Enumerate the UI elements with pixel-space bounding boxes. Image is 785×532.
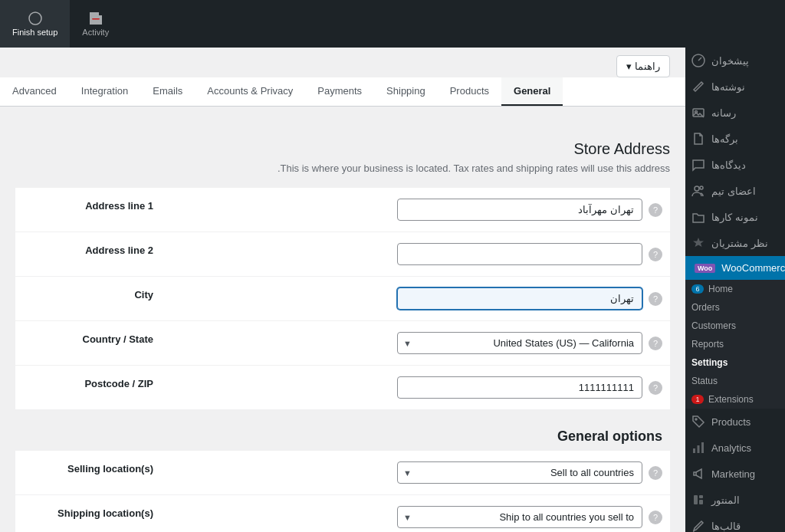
sidebar-label-products: Products xyxy=(711,416,751,428)
brush-icon xyxy=(691,519,705,532)
country-help-icon[interactable]: ? xyxy=(649,337,662,350)
guide-button[interactable]: راهنما ▾ xyxy=(616,55,670,77)
sidebar-label-woocommerce: WooCommerce xyxy=(721,262,785,274)
sidebar-item-pages[interactable]: برگه‌ها xyxy=(685,126,785,152)
woo-submenu: Home 6 Orders Customers Reports Settings… xyxy=(685,280,785,409)
postcode-help-icon[interactable]: ? xyxy=(649,381,662,395)
svg-rect-11 xyxy=(701,442,704,453)
city-input[interactable] xyxy=(397,287,642,310)
tab-emails[interactable]: Emails xyxy=(140,77,195,106)
tab-products[interactable]: Products xyxy=(438,77,501,106)
woo-submenu-extensions[interactable]: Extensions 1 xyxy=(685,390,785,409)
sidebar-item-themes[interactable]: قالب‌ها xyxy=(685,513,785,532)
admin-sidebar: پیشخوان نوشته‌ها رسانه برگه‌ها دیدگاه‌ها… xyxy=(685,0,785,532)
sidebar-label-posts: نوشته‌ها xyxy=(711,81,745,93)
country-select-wrap: United States (US) — California ▼ xyxy=(397,332,642,354)
country-select[interactable]: United States (US) — California xyxy=(397,332,642,354)
svg-point-8 xyxy=(695,419,697,420)
sidebar-label-dashboard: پیشخوان xyxy=(711,55,749,67)
sidebar-item-media[interactable]: رسانه xyxy=(685,100,785,126)
sidebar-label-media: رسانه xyxy=(711,107,736,119)
shipping-location-select[interactable]: Ship to all countries you sell to xyxy=(397,506,642,528)
sidebar-item-team[interactable]: اعضای تیم xyxy=(685,178,785,204)
woo-submenu-reports[interactable]: Reports xyxy=(685,335,785,353)
woo-extensions-badge: 1 xyxy=(691,395,704,404)
country-field-row: ? United States (US) — California ▼ xyxy=(184,332,662,354)
sidebar-item-products[interactable]: Products xyxy=(685,409,785,435)
country-row: Country / State ? United States (US) — C… xyxy=(15,321,670,366)
postcode-input[interactable] xyxy=(397,376,642,399)
top-bar: Finish setup Activity General xyxy=(0,0,785,48)
speedometer-icon xyxy=(691,54,705,67)
sidebar-label-elementor: المنتور xyxy=(711,494,740,506)
woo-submenu-orders[interactable]: Orders xyxy=(685,298,785,317)
country-label: Country / State xyxy=(15,321,169,366)
woo-home-badge: 6 xyxy=(691,284,704,294)
star-icon xyxy=(691,236,705,250)
sidebar-label-pages: برگه‌ها xyxy=(711,133,738,145)
svg-rect-12 xyxy=(694,495,698,504)
address1-field-row: ? xyxy=(184,199,662,221)
tab-integration[interactable]: Integration xyxy=(69,77,140,106)
activity-label: Activity xyxy=(82,28,109,37)
general-options-title: General options xyxy=(15,429,670,445)
selling-location-field-row: ? Sell to all countries ▼ xyxy=(184,461,662,484)
sidebar-item-comments[interactable]: دیدگاه‌ها xyxy=(685,152,785,178)
svg-rect-2 xyxy=(92,21,97,22)
woo-status-label: Status xyxy=(691,376,718,386)
svg-rect-13 xyxy=(699,495,703,498)
address2-row: Address line 2 ? xyxy=(15,232,670,277)
address2-label: Address line 2 xyxy=(15,232,169,277)
file-icon xyxy=(691,132,705,146)
finish-setup-icon xyxy=(28,11,43,26)
shipping-location-field-row: ? Ship to all countries you sell to ▼ xyxy=(184,506,662,528)
activity-icon xyxy=(88,11,103,26)
tab-general[interactable]: General xyxy=(501,77,563,106)
finish-setup-button[interactable]: Finish setup xyxy=(0,0,70,48)
sidebar-label-portfolio: نمونه کارها xyxy=(711,212,758,223)
address2-help-icon[interactable]: ? xyxy=(649,248,662,261)
tab-payments[interactable]: Payments xyxy=(305,77,374,106)
shipping-location-help-icon[interactable]: ? xyxy=(649,511,662,524)
woo-home-label: Home xyxy=(708,284,733,294)
main-content: راهنما ▾ Advanced Integration Emails Acc… xyxy=(0,48,685,532)
address1-input[interactable] xyxy=(397,199,642,221)
address1-help-icon[interactable]: ? xyxy=(649,203,662,217)
address1-row: Address line 1 ? xyxy=(15,188,670,232)
sidebar-item-reviews[interactable]: نظر مشتریان xyxy=(685,230,785,256)
tab-shipping[interactable]: Shipping xyxy=(374,77,438,106)
sidebar-label-themes: قالب‌ها xyxy=(711,521,741,532)
sidebar-item-marketing[interactable]: Marketing xyxy=(685,461,785,487)
elementor-icon xyxy=(691,493,705,507)
sidebar-item-analytics[interactable]: Analytics xyxy=(685,435,785,461)
sidebar-item-woocommerce[interactable]: WooCommerce Woo xyxy=(685,256,785,280)
selling-location-help-icon[interactable]: ? xyxy=(649,466,662,480)
city-label: City xyxy=(15,277,169,321)
tab-advanced[interactable]: Advanced xyxy=(0,77,69,106)
tab-accounts-privacy[interactable]: Accounts & Privacy xyxy=(195,77,305,106)
sidebar-item-posts[interactable]: نوشته‌ها xyxy=(685,74,785,100)
pencil-icon xyxy=(691,80,705,94)
activity-button[interactable]: Activity xyxy=(70,0,121,48)
address2-input[interactable] xyxy=(397,243,642,265)
selling-location-select[interactable]: Sell to all countries xyxy=(397,461,642,484)
sidebar-item-dashboard[interactable]: پیشخوان xyxy=(685,48,785,74)
sidebar-item-elementor[interactable]: المنتور xyxy=(685,487,785,513)
woo-submenu-home[interactable]: Home 6 xyxy=(685,280,785,298)
content-wrap: Store Address This is where your busines… xyxy=(0,107,685,532)
postcode-row: Postcode / ZIP ? xyxy=(15,366,670,410)
svg-rect-1 xyxy=(92,18,100,20)
woo-submenu-settings[interactable]: Settings xyxy=(685,353,785,372)
top-bar-left: Finish setup Activity xyxy=(0,0,121,48)
sidebar-item-portfolio[interactable]: نمونه کارها xyxy=(685,204,785,230)
woo-submenu-status[interactable]: Status xyxy=(685,372,785,390)
address2-field-row: ? xyxy=(184,243,662,265)
city-help-icon[interactable]: ? xyxy=(649,292,662,306)
city-row: City ? xyxy=(15,277,670,321)
address1-label: Address line 1 xyxy=(15,188,169,232)
woo-submenu-customers[interactable]: Customers xyxy=(685,317,785,335)
image-icon xyxy=(691,106,705,120)
store-address-table: Address line 1 ? Address line 2 ? xyxy=(15,188,670,410)
people-icon xyxy=(691,184,705,198)
svg-point-7 xyxy=(700,186,703,189)
